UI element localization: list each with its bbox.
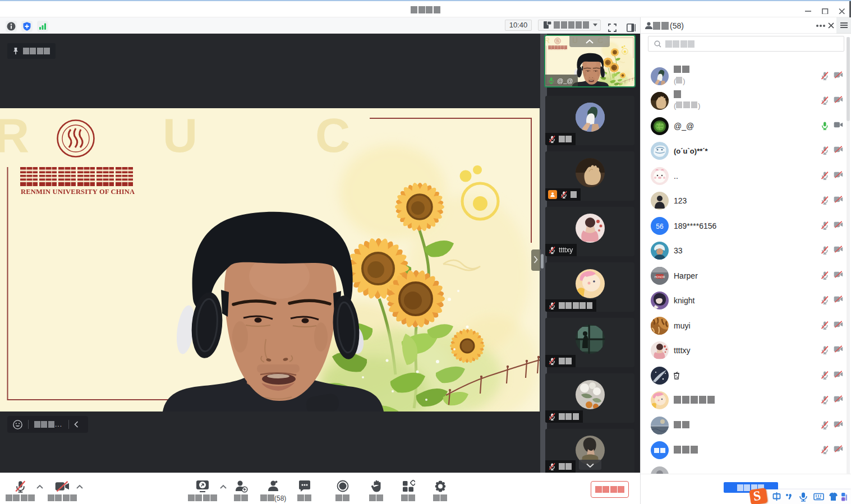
svg-text:HONOR: HONOR (655, 275, 665, 278)
svg-text:56: 56 (656, 223, 664, 230)
